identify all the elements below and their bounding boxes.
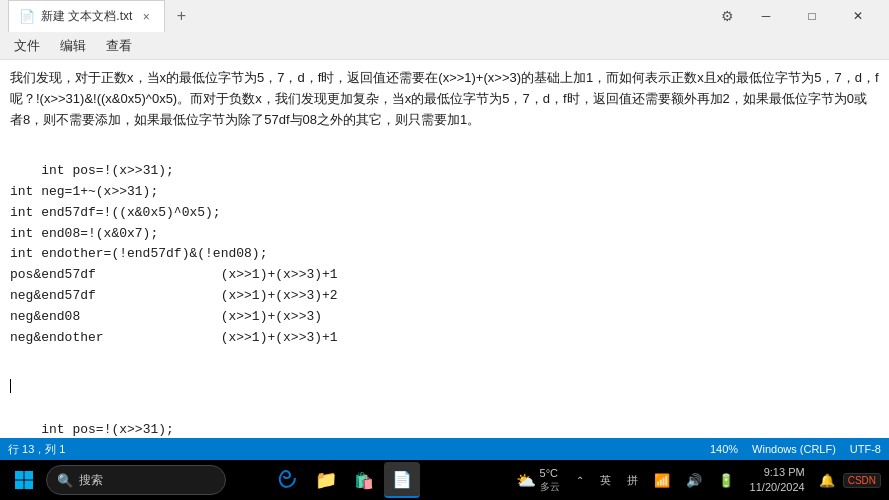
cursor-position: 行 13，列 1: [8, 442, 65, 457]
status-bar: 行 13，列 1 140% Windows (CRLF) UTF-8: [0, 438, 889, 460]
taskbar-right-area: ⛅ 5°C 多云 ⌃ 英 拼 📶 🔊 🔋 9:13 PM 11/20/2024: [510, 463, 885, 498]
title-bar: 📄 新建 文本文档.txt × + ⚙ ─ □ ✕: [0, 0, 889, 32]
start-button[interactable]: [4, 460, 44, 500]
notification-area[interactable]: 🔔: [815, 473, 839, 488]
taskbar-icon-store[interactable]: 🛍️: [346, 462, 382, 498]
tab-close-button[interactable]: ×: [138, 9, 154, 25]
network-icon[interactable]: 📶: [648, 471, 676, 490]
edge-icon: [278, 470, 298, 490]
chevron-up-icon: ⌃: [576, 475, 584, 486]
notepad-icon: 📄: [19, 9, 35, 24]
taskbar-search-box[interactable]: 🔍 搜索: [46, 465, 226, 495]
taskbar-icon-notepad[interactable]: 📄: [384, 462, 420, 498]
clock-time: 9:13 PM: [750, 465, 805, 480]
taskbar: 🔍 搜索 ⊞ 📁 🛍️ 📄 ⛅ 5°C 多云 ⌃ 英 拼 📶: [0, 460, 889, 500]
menu-bar: 文件 编辑 查看: [0, 32, 889, 60]
csdn-badge: CSDN: [843, 473, 881, 488]
taskbar-icon-edge[interactable]: [270, 462, 306, 498]
menu-edit[interactable]: 编辑: [50, 35, 96, 57]
code-block-2: int pos=!(x>>31); int neg=1+~(x>>31); in…: [10, 399, 879, 438]
volume-icon[interactable]: 🔊: [680, 471, 708, 490]
taskbar-icon-widgets[interactable]: ⊞: [232, 462, 268, 498]
ime-mode[interactable]: 拼: [621, 471, 644, 490]
settings-button[interactable]: ⚙: [711, 0, 743, 32]
ime-indicator: 拼: [627, 473, 638, 488]
weather-temp: 5°C: [540, 467, 560, 480]
tab-title: 新建 文本文档.txt: [41, 8, 132, 25]
notification-icon: 🔔: [819, 473, 835, 488]
search-placeholder: 搜索: [79, 472, 103, 489]
taskbar-icon-file-explorer[interactable]: 📁: [308, 462, 344, 498]
minimize-button[interactable]: ─: [743, 0, 789, 32]
system-clock[interactable]: 9:13 PM 11/20/2024: [744, 463, 811, 498]
wifi-icon: 📶: [654, 473, 670, 488]
active-tab[interactable]: 📄 新建 文本文档.txt ×: [8, 0, 165, 32]
tray-icons[interactable]: ⌃: [570, 473, 590, 488]
svg-rect-0: [15, 471, 24, 480]
zoom-level[interactable]: 140%: [710, 443, 738, 455]
new-tab-button[interactable]: +: [167, 2, 195, 30]
windows-logo-icon: [14, 470, 34, 490]
editor-area[interactable]: 我们发现，对于正数x，当x的最低位字节为5，7，d，f时，返回值还需要在(x>>…: [0, 60, 889, 438]
svg-rect-1: [25, 471, 34, 480]
weather-desc: 多云: [540, 481, 560, 493]
menu-view[interactable]: 查看: [96, 35, 142, 57]
window-controls: ⚙ ─ □ ✕: [711, 0, 881, 32]
encoding[interactable]: UTF-8: [850, 443, 881, 455]
svg-rect-2: [15, 481, 24, 490]
svg-rect-3: [25, 481, 34, 490]
weather-icon: ⛅: [516, 471, 536, 490]
menu-file[interactable]: 文件: [4, 35, 50, 57]
clock-date: 11/20/2024: [750, 480, 805, 495]
line-ending[interactable]: Windows (CRLF): [752, 443, 836, 455]
search-icon: 🔍: [57, 473, 73, 488]
battery-icon[interactable]: 🔋: [712, 471, 740, 490]
code-block-1: int pos=!(x>>31); int neg=1+~(x>>31); in…: [10, 140, 879, 369]
battery-indicator: 🔋: [718, 473, 734, 488]
status-right-group: 140% Windows (CRLF) UTF-8: [710, 443, 881, 455]
close-button[interactable]: ✕: [835, 0, 881, 32]
ime-lang[interactable]: 英: [594, 471, 617, 490]
cursor-line: [10, 379, 879, 393]
language-indicator: 英: [600, 473, 611, 488]
maximize-button[interactable]: □: [789, 0, 835, 32]
speaker-icon: 🔊: [686, 473, 702, 488]
text-cursor: [10, 379, 11, 393]
description-paragraph: 我们发现，对于正数x，当x的最低位字节为5，7，d，f时，返回值还需要在(x>>…: [10, 68, 879, 130]
weather-widget[interactable]: ⛅ 5°C 多云: [510, 465, 566, 494]
